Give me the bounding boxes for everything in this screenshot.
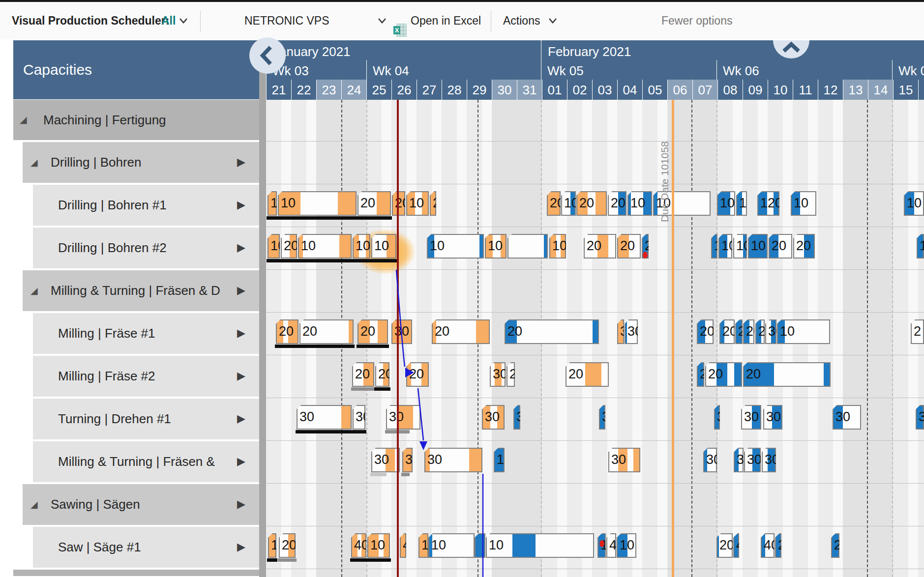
gantt-bar[interactable]: 20 [281,234,297,259]
sidebar-row-saw1[interactable]: Saw | Säge #1▶ [33,527,259,568]
gantt-bar[interactable]: 20 [406,362,429,387]
scroll-left-button[interactable] [249,37,286,74]
expand-icon[interactable]: ▶ [237,284,245,297]
gantt-bar[interactable]: 10 [549,234,566,259]
gantt-bar[interactable]: 20 [743,319,754,344]
gantt-bar[interactable] [507,234,548,259]
gantt-bar[interactable]: 2 [911,319,924,344]
gantt-bar[interactable]: 10 [427,234,484,259]
gantt-bar[interactable]: 10 [791,191,816,216]
sidebar-row-drilling1[interactable]: Drilling | Bohren #1▶ [33,185,259,226]
gantt-bar[interactable]: 10 [561,191,576,216]
gantt-bar[interactable]: 10 [717,191,735,216]
expand-icon[interactable]: ▶ [237,199,245,211]
sidebar-row-turning1[interactable]: Turning | Drehen #1▶ [33,399,259,439]
gantt-bar[interactable]: 30 [391,319,412,344]
gantt-bar[interactable]: 10 [627,191,652,216]
gantt-bar[interactable]: 2 [507,362,515,387]
company-dropdown[interactable]: NETRONIC VPS [244,2,329,39]
gantt-bar[interactable]: 3 [734,448,744,472]
sidebar-row-milling1[interactable]: Milling | Fräse #1▶ [33,313,259,354]
gantt-bar[interactable]: 2 [642,234,649,259]
gantt-bar[interactable]: 30 [490,362,506,387]
gantt-bar[interactable]: 30 [833,405,861,430]
gantt-bar[interactable]: 40 [761,533,775,558]
gantt-bar[interactable]: 10 [428,533,475,558]
sidebar-row-sawing[interactable]: ◢Sawing | Sägen▶ [23,484,259,525]
sidebar-row-nextgroup[interactable] [13,570,259,576]
expand-icon[interactable]: ▶ [237,241,245,254]
open-in-excel-button[interactable]: Open in Excel [411,2,481,39]
gantt-bar[interactable]: 20 [299,319,354,344]
gantt-bar[interactable]: 10 [733,234,747,259]
gantt-bar[interactable]: 1 [418,533,428,558]
expand-icon[interactable]: ▶ [237,327,245,340]
gantt-bar[interactable]: 10 [371,234,396,259]
gantt-bar[interactable]: 20 [716,533,733,558]
gantt-bar[interactable]: 2 [430,191,436,216]
gantt-bar[interactable]: 10 [353,234,370,259]
gantt-bar[interactable]: 3 [714,405,720,430]
gantt-bar[interactable]: 3 [513,405,520,430]
chevron-down-icon[interactable] [377,2,387,39]
gantt-bar[interactable]: 30 [765,319,776,344]
gantt-bar[interactable]: 1 [268,533,276,558]
gantt-bar[interactable]: 20 [566,362,609,387]
expand-icon[interactable]: ▶ [237,541,245,553]
gantt-bar[interactable]: 10 [718,234,732,259]
gantt-bar[interactable]: 1 [736,191,747,216]
actions-dropdown[interactable]: Actions [503,2,540,39]
gantt-bar[interactable]: 20 [617,234,641,259]
gantt-bar[interactable]: 10 [278,191,357,216]
gantt-bar[interactable]: 30 [424,448,482,472]
gantt-bar[interactable]: 1 [597,533,606,558]
gantt-bar[interactable]: 20 [743,362,831,387]
expand-icon[interactable]: ▶ [237,156,245,169]
gantt-bar[interactable]: 20 [576,191,607,216]
gantt-bar[interactable]: 10 [298,234,352,259]
gantt-bar[interactable]: 3 [617,319,624,344]
gantt-bar[interactable]: 20 [697,319,714,344]
collapse-icon[interactable]: ◢ [30,498,38,510]
gantt-bar[interactable]: 2 [831,533,839,558]
gantt-bar[interactable]: 20 [358,319,388,344]
gantt-bar[interactable]: 20 [375,362,389,387]
collapse-header-button[interactable] [773,40,809,58]
gantt-bar[interactable]: 30 [353,405,365,430]
gantt-bar[interactable]: 120 [757,191,779,216]
fewer-options-button[interactable]: Fewer options [661,2,732,39]
chevron-down-icon[interactable] [178,2,189,39]
gantt-bar[interactable]: 30 [371,448,400,472]
gantt-bar[interactable]: 10 [494,448,505,472]
gantt-bar[interactable]: 20 [769,234,792,259]
sidebar-row-milling2[interactable]: Milling | Fräse #2▶ [33,356,259,397]
chevron-down-icon[interactable] [547,2,558,39]
expand-icon[interactable]: ▶ [237,455,245,468]
gantt-bar[interactable]: 1 [268,191,277,216]
gantt-bar[interactable]: 10 [748,234,768,259]
gantt-bar[interactable]: 10 [904,191,924,216]
gantt-bar[interactable]: 30 [297,405,352,430]
gantt-bar[interactable]: 4 [400,533,406,558]
gantt-bar[interactable]: 30 [625,319,638,344]
splitter-handle[interactable] [259,40,266,577]
filter-dropdown[interactable]: All [161,2,176,39]
gantt-bar[interactable]: 40 [606,533,616,558]
gantt-bar[interactable]: 20 [584,234,616,259]
gantt-bar[interactable]: 1 [711,234,717,259]
gantt-bar[interactable]: 4 [733,533,739,558]
sidebar-row-mtleaf[interactable]: Milling & Turning | Fräsen &▶ [33,441,259,482]
gantt-bar[interactable]: 30 [916,405,924,430]
gantt-bar[interactable]: 2 [697,362,704,387]
sidebar-row-drilling[interactable]: ◢Drilling | Bohren▶ [23,142,259,183]
gantt-bar[interactable]: 10 [367,533,390,558]
expand-icon[interactable]: ▶ [237,412,245,425]
expand-icon[interactable]: ▶ [237,370,245,382]
gantt-bar[interactable] [475,533,485,558]
gantt-bar[interactable]: 10 [777,319,830,344]
gantt-bar[interactable]: 30 [402,448,413,472]
gantt-bar[interactable]: 20 [352,362,374,387]
collapse-icon[interactable]: ◢ [30,156,38,168]
gantt-bar[interactable]: 20 [279,533,296,558]
gantt-bar[interactable]: 1 [917,234,924,259]
